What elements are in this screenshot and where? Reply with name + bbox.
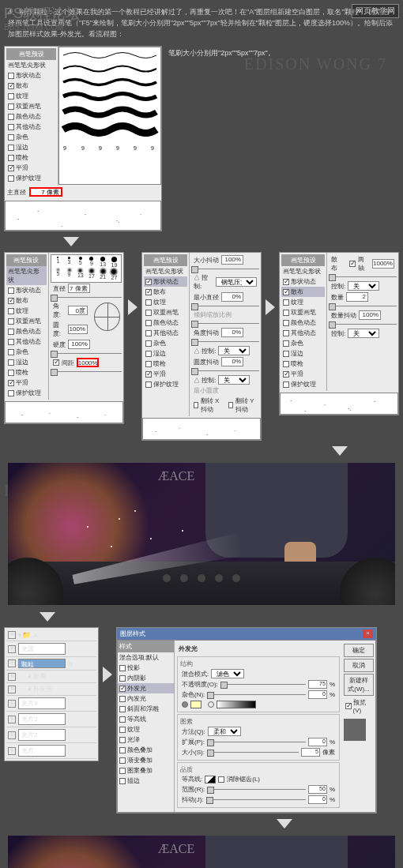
arrow-down-icon bbox=[277, 819, 292, 829]
brush-preset-panel-1: 画笔预设 画笔笔尖形状 形状动态 散布 纹理 双重画笔 颜色动态 其他动态 杂色… bbox=[4, 46, 162, 231]
layers-panel: 👁▾📁A 👁光源 👁颗粒fx 👁● 效果 👁● 外发光 👁光片4 👁光片3 👁光… bbox=[4, 627, 99, 761]
arrow-right-icon bbox=[266, 299, 275, 315]
brush-opt[interactable]: 其他动态 bbox=[6, 122, 56, 132]
brush-tip-panel: 画笔预设 画笔笔尖形状 形状动态 散布 纹理 双重画笔 颜色动态 其他动态 杂色… bbox=[4, 252, 124, 424]
svg-text:9: 9 bbox=[63, 145, 66, 151]
watermark-top-left: PS教程论坛 BBS.16xx8.COM bbox=[4, 4, 80, 32]
brush-opt[interactable]: 湿边 bbox=[6, 142, 56, 152]
brush-preview: ·· .· ·.. bbox=[5, 201, 161, 231]
layer-row[interactable]: 👁光片3 bbox=[6, 712, 96, 727]
layer-row[interactable]: 👁光片 bbox=[6, 743, 96, 759]
layer-folder[interactable]: 👁▾📁A bbox=[6, 629, 96, 641]
result-image-2: ÆACE bbox=[8, 836, 395, 868]
layer-row[interactable]: 👁光片4 bbox=[6, 696, 96, 712]
layer-row[interactable]: 👁光源 bbox=[6, 641, 96, 657]
diameter-input[interactable]: 7 像素 bbox=[68, 284, 90, 293]
ok-button[interactable]: 确定 bbox=[344, 644, 374, 657]
brush-opt[interactable]: 形状动态 bbox=[6, 70, 56, 81]
diameter-input[interactable] bbox=[29, 187, 62, 197]
arrow-down-icon bbox=[63, 237, 79, 246]
brush-header: 画笔预设 bbox=[6, 48, 56, 60]
cancel-button[interactable]: 取消 bbox=[344, 659, 374, 672]
brush-opt[interactable]: 杂色 bbox=[6, 132, 56, 142]
watermark-wy: 网页教学网 bbox=[352, 4, 399, 18]
blend-select[interactable]: 滤色 bbox=[211, 669, 244, 678]
close-icon[interactable]: × bbox=[363, 629, 373, 638]
arrow-right-icon bbox=[103, 667, 112, 682]
contour-picker[interactable] bbox=[205, 776, 216, 783]
arrow-down-icon bbox=[40, 612, 55, 622]
svg-text:9: 9 bbox=[134, 145, 137, 151]
layer-fx[interactable]: 👁● 外发光 bbox=[6, 683, 96, 696]
new-style-button[interactable]: 新建样式(W)... bbox=[344, 674, 374, 696]
shape-dynamics-panel: 画笔预设 画笔笔尖形状 形状动态 散布 纹理 双重画笔 颜色动态 其他动态 杂色… bbox=[141, 252, 262, 441]
layer-row[interactable]: 👁光片2 bbox=[6, 727, 96, 743]
gradient-picker[interactable] bbox=[217, 701, 256, 708]
svg-text:9: 9 bbox=[116, 145, 119, 151]
ctrl-select[interactable]: 钢笔压力 bbox=[216, 277, 257, 287]
brush-tip-grid[interactable]: 1 3 5 9 13 19 5 9 13 17 21 27 bbox=[51, 254, 122, 283]
brush-opt[interactable]: 散布 bbox=[6, 81, 56, 91]
scatter-panel: 画笔预设 画笔笔尖形状 形状动态 散布 纹理 双重画笔 颜色动态 其他动态 杂色… bbox=[279, 252, 399, 415]
brush-opt[interactable]: 颜色动态 bbox=[6, 111, 56, 122]
preview-swatch bbox=[344, 719, 366, 741]
brush-opt[interactable]: 画笔笔尖形状 bbox=[6, 60, 56, 70]
brush-opt[interactable]: 保护纹理 bbox=[6, 173, 56, 183]
svg-text:9: 9 bbox=[99, 145, 102, 151]
brush-options-sidebar: 画笔预设 画笔笔尖形状 形状动态 散布 纹理 双重画笔 颜色动态 其他动态 杂色… bbox=[5, 47, 58, 185]
layer-row[interactable]: 👁颗粒fx bbox=[6, 657, 96, 671]
watermark-edison: EDISON WONG 7 bbox=[244, 55, 387, 73]
arrow-right-icon bbox=[128, 299, 137, 315]
brush-opt[interactable]: 平滑 bbox=[6, 163, 56, 173]
svg-text:9: 9 bbox=[151, 145, 154, 151]
layer-style-dialog: 图层样式× 样式 混合选项:默认 投影 内阴影 外发光 内发光 斜面和浮雕 等高… bbox=[116, 627, 377, 814]
brush-opt[interactable]: 双重画笔 bbox=[6, 101, 56, 111]
svg-text:9: 9 bbox=[81, 145, 85, 151]
brush-diameter-row: 主直径 bbox=[5, 185, 161, 199]
arrow-down-icon bbox=[332, 446, 348, 456]
angle-control[interactable] bbox=[94, 302, 120, 331]
result-image-1: ÆACE bbox=[8, 463, 395, 605]
brush-opt[interactable]: 纹理 bbox=[6, 91, 56, 101]
layer-fx[interactable]: 👁● 效果 bbox=[6, 671, 96, 683]
slider[interactable] bbox=[51, 297, 122, 298]
brush-strokes-preview: 999999 bbox=[58, 47, 161, 185]
brush-opt[interactable]: 喷枪 bbox=[6, 152, 56, 163]
